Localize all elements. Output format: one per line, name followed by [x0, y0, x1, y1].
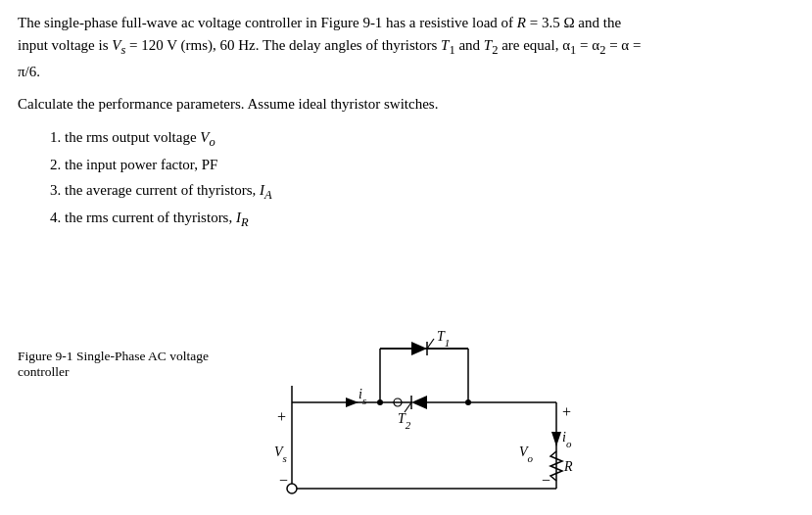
circuit-diagram: + − Vs is [253, 251, 605, 515]
vs-label: Vs [274, 445, 287, 464]
minus-right: − [542, 472, 550, 489]
svg-point-0 [287, 484, 297, 493]
list-item-1: the rms output voltage Vo [65, 125, 794, 153]
t2-label: T2 [398, 411, 411, 431]
t1-thyristor-triangle [411, 342, 427, 355]
para1-text: The single-phase full-wave ac voltage co… [18, 15, 641, 79]
plus-left: + [277, 408, 286, 425]
t1-label: T1 [437, 329, 450, 349]
paragraph-1: The single-phase full-wave ac voltage co… [18, 12, 794, 83]
r-label: R [563, 459, 573, 474]
t2-thyristor-triangle [411, 396, 427, 409]
vo-label: Vo [519, 445, 534, 464]
io-arrow [551, 432, 561, 446]
minus-left: − [279, 472, 288, 489]
paragraph-2: Calculate the performance parameters. As… [18, 93, 794, 116]
list-item-4: the rms current of thyristors, IR [65, 206, 794, 233]
para2-intro: Calculate the performance parameters. As… [18, 96, 438, 112]
figure-label: Figure 9-1 Single-Phase AC voltage contr… [18, 349, 243, 380]
performance-list: the rms output voltage Vo the input powe… [65, 125, 794, 233]
plus-right: + [562, 403, 571, 420]
list-item-2: the input power factor, PF [65, 153, 794, 178]
is-label: is [358, 387, 366, 406]
io-label: io [562, 430, 572, 449]
svg-line-13 [427, 339, 434, 349]
list-item-3: the average current of thyristors, IA [65, 178, 794, 206]
svg-line-18 [405, 402, 411, 412]
current-arrow [346, 398, 358, 407]
